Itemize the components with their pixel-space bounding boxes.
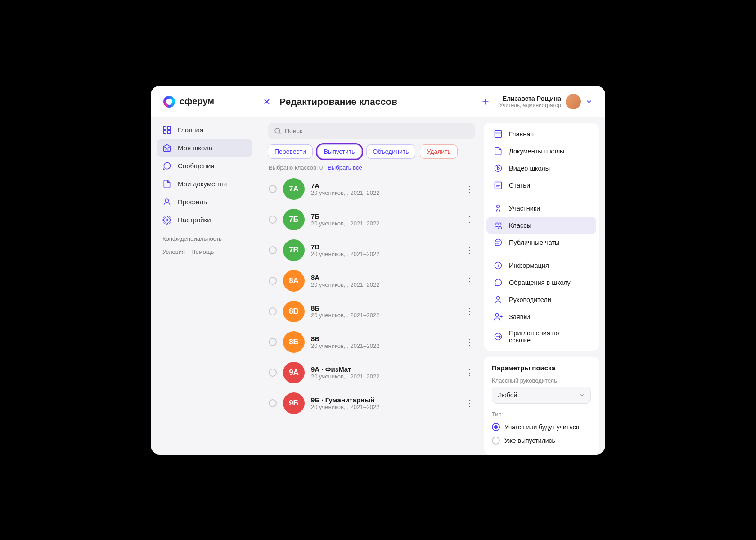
right-item-label: Участники	[509, 205, 540, 212]
right-item-label: Руководители	[509, 296, 551, 303]
right-item-bubble[interactable]: Обращения в школу	[486, 274, 596, 291]
class-title: 7Б	[311, 212, 459, 220]
class-checkbox[interactable]	[269, 338, 277, 346]
play-icon	[494, 164, 503, 173]
divider	[491, 197, 592, 197]
class-info: 7Б 20 учеников, , 2021–2022	[311, 212, 459, 227]
nav-item-label: Главная	[178, 126, 203, 134]
class-row[interactable]: 8Б 8В 20 учеников, , 2021–2022 ⋮	[268, 328, 475, 356]
class-row[interactable]: 9А 9А · ФизМат 20 учеников, , 2021–2022 …	[268, 359, 475, 386]
chat-icon	[162, 162, 171, 171]
right-item-label: Публичные чаты	[509, 239, 560, 246]
footer-link-terms[interactable]: Условия	[162, 248, 185, 255]
class-title: 8Б	[311, 304, 459, 312]
class-subtitle: 20 учеников, , 2021–2022	[311, 373, 459, 380]
right-nav-card: ГлавнаяДокументы школыВидео школыСтатьиУ…	[484, 123, 599, 351]
right-item-article[interactable]: Статьи	[486, 177, 596, 194]
right-item-lead[interactable]: Руководители	[486, 291, 596, 308]
right-item-play[interactable]: Видео школы	[486, 160, 596, 177]
right-item-label: Классы	[509, 222, 531, 229]
delete-button[interactable]: Удалить	[420, 144, 457, 159]
class-info: 7В 20 учеников, , 2021–2022	[311, 243, 459, 257]
right-item-chats[interactable]: Публичные чаты	[486, 234, 596, 251]
row-menu-icon[interactable]: ⋮	[465, 185, 474, 193]
more-icon[interactable]: ⋮	[581, 333, 589, 341]
right-item-group[interactable]: Классы	[486, 217, 596, 234]
right-item-label: Видео школы	[509, 165, 550, 172]
center-column: Перевести Выпустить Объединить Удалить В…	[266, 117, 477, 454]
class-title: 9А · ФизМат	[311, 365, 459, 373]
close-icon[interactable]	[262, 97, 271, 106]
class-badge: 8В	[283, 301, 305, 322]
nav-item-doc[interactable]: Мои документы	[157, 175, 252, 193]
nav-item-home[interactable]: Главная	[157, 121, 252, 139]
right-item-info[interactable]: Информация	[486, 257, 596, 274]
chevron-down-icon[interactable]	[585, 98, 593, 105]
school-icon	[162, 144, 171, 153]
class-info: 7А 20 учеников, , 2021–2022	[311, 182, 459, 196]
graduate-button[interactable]: Выпустить	[317, 144, 362, 159]
class-subtitle: 20 учеников, , 2021–2022	[311, 281, 459, 288]
class-checkbox[interactable]	[269, 307, 277, 315]
right-item-request[interactable]: Заявки	[486, 308, 596, 325]
class-row[interactable]: 7В 7В 20 учеников, , 2021–2022 ⋮	[268, 237, 475, 264]
class-info: 8А 20 учеников, , 2021–2022	[311, 274, 459, 288]
type-option-label: Учатся или будут учиться	[504, 423, 579, 431]
class-checkbox[interactable]	[269, 277, 277, 285]
class-title: 7В	[311, 243, 459, 251]
search-box[interactable]	[268, 123, 475, 139]
class-row[interactable]: 8А 8А 20 учеников, , 2021–2022 ⋮	[268, 267, 475, 294]
class-row[interactable]: 7Б 7Б 20 учеников, , 2021–2022 ⋮	[268, 206, 475, 233]
type-option-label: Уже выпустились	[504, 437, 555, 444]
class-title: 7А	[311, 182, 459, 189]
logo-mark-icon	[163, 96, 175, 108]
teacher-select[interactable]: Любой	[492, 387, 591, 404]
class-row[interactable]: 9Б 9Б · Гуманитарный 20 учеников, , 2021…	[268, 390, 475, 417]
row-menu-icon[interactable]: ⋮	[465, 216, 474, 224]
class-row[interactable]: 7А 7А 20 учеников, , 2021–2022 ⋮	[268, 176, 475, 202]
row-menu-icon[interactable]: ⋮	[465, 338, 474, 346]
row-menu-icon[interactable]: ⋮	[465, 246, 474, 254]
nav-item-label: Профиль	[178, 198, 207, 206]
row-menu-icon[interactable]: ⋮	[465, 399, 474, 407]
class-badge: 7В	[283, 239, 305, 261]
right-item-home-box[interactable]: Главная	[486, 126, 596, 143]
select-all-link[interactable]: Выбрать все	[328, 164, 362, 171]
footer-link-privacy[interactable]: Конфиденциальность	[162, 235, 222, 242]
gear-icon	[162, 216, 171, 225]
nav-item-label: Моя школа	[178, 144, 212, 152]
class-row[interactable]: 8В 8Б 20 учеников, , 2021–2022 ⋮	[268, 298, 475, 325]
right-item-label: Статьи	[509, 182, 530, 189]
logo[interactable]: сферум	[163, 96, 262, 108]
row-menu-icon[interactable]: ⋮	[465, 277, 474, 285]
user-block[interactable]: Елизавета Рощина Учитель, администратор	[500, 94, 593, 109]
right-item-link[interactable]: Приглашения по ссылке⋮	[486, 325, 596, 348]
class-checkbox[interactable]	[269, 246, 277, 254]
home-box-icon	[494, 130, 503, 139]
class-checkbox[interactable]	[269, 369, 277, 377]
nav-item-school[interactable]: Моя школа	[157, 139, 252, 157]
row-menu-icon[interactable]: ⋮	[465, 369, 474, 377]
nav-item-profile[interactable]: Профиль	[157, 193, 252, 211]
nav-item-gear[interactable]: Настройки	[157, 211, 252, 229]
right-item-users[interactable]: Участники	[486, 200, 596, 217]
class-checkbox[interactable]	[269, 185, 277, 193]
type-option[interactable]: Уже выпустились	[492, 434, 591, 447]
class-info: 9Б · Гуманитарный 20 учеников, , 2021–20…	[311, 396, 459, 410]
row-menu-icon[interactable]: ⋮	[465, 307, 474, 315]
class-checkbox[interactable]	[269, 399, 277, 407]
info-icon	[494, 261, 503, 270]
merge-button[interactable]: Объединить	[366, 144, 416, 159]
search-input[interactable]	[285, 127, 468, 135]
class-badge: 9Б	[283, 392, 305, 414]
class-checkbox[interactable]	[269, 216, 277, 224]
class-subtitle: 20 учеников, , 2021–2022	[311, 220, 459, 227]
nav-item-label: Настройки	[178, 216, 211, 224]
right-item-doc[interactable]: Документы школы	[486, 143, 596, 160]
logo-text: сферум	[180, 96, 214, 107]
footer-link-help[interactable]: Помощь	[191, 248, 214, 255]
transfer-button[interactable]: Перевести	[268, 144, 313, 159]
nav-item-chat[interactable]: Сообщения	[157, 157, 252, 175]
add-button[interactable]	[481, 97, 490, 107]
type-option[interactable]: Учатся или будут учиться	[492, 420, 591, 434]
